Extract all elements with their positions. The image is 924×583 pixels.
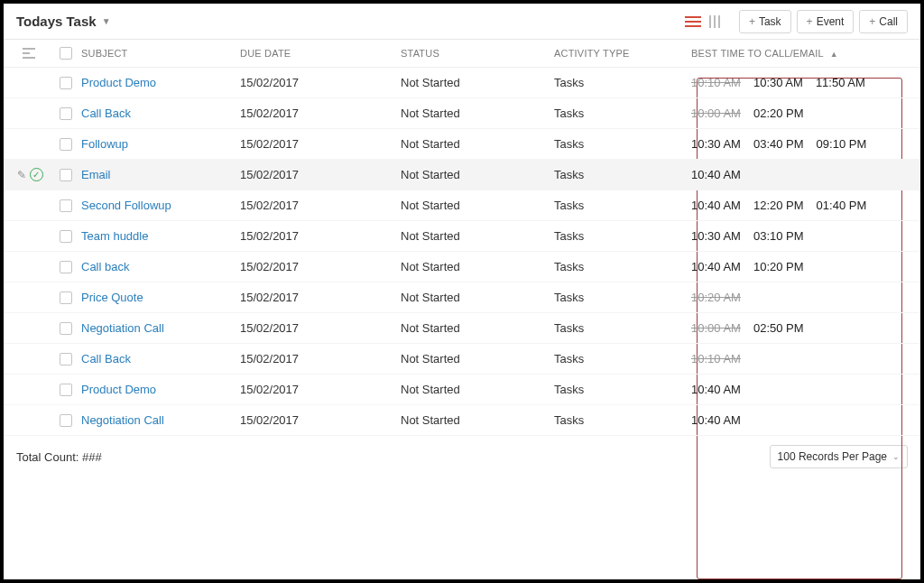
best-time-cell: 10:20 AM	[686, 291, 908, 304]
table: SUBJECT DUE DATE STATUS ACTIVITY TYPE BE…	[4, 40, 920, 436]
status-cell: Not Started	[401, 229, 554, 243]
row-checkbox[interactable]	[60, 199, 72, 212]
best-time-cell: 10:10 AM10:30 AM11:50 AM	[686, 76, 908, 89]
subject-link[interactable]: Followup	[81, 137, 128, 151]
edit-pencil-icon[interactable]: ✎	[17, 169, 26, 181]
best-time-cell: 10:40 AM	[686, 383, 908, 396]
new-call-label: Call	[879, 15, 898, 28]
col-header-due-date[interactable]: DUE DATE	[240, 48, 401, 59]
table-row[interactable]: Followup15/02/2017Not StartedTasks10:30 …	[4, 129, 920, 160]
time-slot: 10:40 AM	[691, 199, 741, 212]
table-row[interactable]: Call Back15/02/2017Not StartedTasks10:00…	[4, 98, 920, 129]
row-checkbox[interactable]	[60, 414, 72, 427]
table-row[interactable]: Product Demo15/02/2017Not StartedTasks10…	[4, 375, 920, 405]
time-slot: 12:20 PM	[753, 199, 804, 212]
resize-columns-icon[interactable]	[23, 48, 37, 59]
table-row[interactable]: Call back15/02/2017Not StartedTasks10:40…	[4, 252, 920, 282]
column-view-icon[interactable]	[708, 15, 723, 28]
time-slot: 03:10 PM	[753, 229, 804, 243]
subject-link[interactable]: Call back	[81, 260, 129, 273]
status-cell: Not Started	[401, 106, 554, 120]
best-time-cell: 10:40 AM12:20 PM01:40 PM	[686, 199, 908, 212]
status-cell: Not Started	[401, 413, 554, 427]
best-time-cell: 10:40 AM	[686, 413, 908, 427]
subject-link[interactable]: Product Demo	[81, 76, 156, 89]
time-slot: 10:20 AM	[691, 291, 741, 304]
due-date-cell: 15/02/2017	[240, 106, 401, 120]
status-cell: Not Started	[401, 199, 554, 212]
new-event-label: Event	[817, 15, 845, 28]
row-checkbox[interactable]	[60, 169, 72, 181]
activity-type-cell: Tasks	[554, 106, 686, 120]
subject-link[interactable]: Product Demo	[81, 383, 156, 396]
due-date-cell: 15/02/2017	[240, 199, 401, 212]
subject-link[interactable]: Call Back	[81, 106, 131, 120]
time-slot: 10:10 AM	[691, 352, 741, 366]
row-checkbox[interactable]	[60, 107, 72, 120]
status-cell: Not Started	[401, 321, 554, 335]
subject-link[interactable]: Team huddle	[81, 229, 148, 243]
activity-type-cell: Tasks	[554, 291, 686, 304]
new-task-button[interactable]: + Task	[739, 10, 791, 33]
subject-link[interactable]: Call Back	[81, 352, 131, 366]
activity-type-cell: Tasks	[554, 76, 686, 89]
row-checkbox[interactable]	[60, 230, 72, 243]
plus-icon: +	[869, 15, 875, 28]
col-header-status[interactable]: STATUS	[401, 48, 554, 59]
list-view-icon[interactable]	[685, 15, 701, 28]
col-header-best-time[interactable]: BEST TIME TO CALL/EMAIL ▲	[686, 48, 908, 59]
chevron-down-icon: ⌄	[892, 452, 900, 461]
subject-link[interactable]: Negotiation Call	[81, 413, 164, 427]
table-row[interactable]: Negotiation Call15/02/2017Not StartedTas…	[4, 313, 920, 344]
subject-link[interactable]: Negotiation Call	[81, 321, 164, 335]
toolbar: Todays Task ▼ + Task + Event + Call	[4, 4, 920, 40]
row-checkbox[interactable]	[60, 384, 72, 396]
table-row[interactable]: Product Demo15/02/2017Not StartedTasks10…	[4, 68, 920, 98]
table-row[interactable]: Negotiation Call15/02/2017Not StartedTas…	[4, 405, 920, 436]
time-slot: 03:40 PM	[753, 137, 804, 151]
col-header-best-time-label: BEST TIME TO CALL/EMAIL	[691, 48, 823, 59]
view-title: Todays Task	[16, 14, 97, 29]
table-row[interactable]: Price Quote15/02/2017Not StartedTasks10:…	[4, 282, 920, 313]
time-slot: 02:20 PM	[753, 106, 804, 120]
status-cell: Not Started	[401, 260, 554, 273]
new-event-button[interactable]: + Event	[797, 10, 855, 33]
row-checkbox[interactable]	[60, 353, 72, 366]
row-checkbox[interactable]	[60, 77, 72, 89]
row-checkbox[interactable]	[60, 292, 72, 304]
best-time-cell: 10:40 AM10:20 PM	[686, 260, 908, 273]
table-row[interactable]: ✎✓Email15/02/2017Not StartedTasks10:40 A…	[4, 160, 920, 190]
row-checkbox[interactable]	[60, 138, 72, 151]
subject-link[interactable]: Second Followup	[81, 199, 171, 212]
due-date-cell: 15/02/2017	[240, 260, 401, 273]
due-date-cell: 15/02/2017	[240, 321, 401, 335]
time-slot: 10:40 AM	[691, 260, 741, 273]
status-cell: Not Started	[401, 168, 554, 181]
col-header-activity-type[interactable]: ACTIVITY TYPE	[554, 48, 686, 59]
new-call-button[interactable]: + Call	[859, 10, 908, 33]
table-row[interactable]: Team huddle15/02/2017Not StartedTasks10:…	[4, 221, 920, 252]
table-row[interactable]: Second Followup15/02/2017Not StartedTask…	[4, 190, 920, 221]
table-header-row: SUBJECT DUE DATE STATUS ACTIVITY TYPE BE…	[4, 40, 920, 68]
table-row[interactable]: Call Back15/02/2017Not StartedTasks10:10…	[4, 344, 920, 375]
best-time-cell: 10:30 AM03:10 PM	[686, 229, 908, 243]
activity-type-cell: Tasks	[554, 260, 686, 273]
time-slot: 01:40 PM	[817, 199, 867, 212]
page-size-select[interactable]: 100 Records Per Page ⌄	[770, 445, 908, 468]
row-checkbox[interactable]	[60, 261, 72, 273]
due-date-cell: 15/02/2017	[240, 137, 401, 151]
time-slot: 11:50 AM	[816, 76, 865, 89]
col-header-subject[interactable]: SUBJECT	[81, 48, 240, 59]
status-cell: Not Started	[401, 291, 554, 304]
activity-type-cell: Tasks	[554, 321, 686, 335]
sort-asc-icon: ▲	[830, 50, 838, 59]
time-slot: 10:10 AM	[691, 76, 741, 89]
select-all-checkbox[interactable]	[60, 47, 72, 60]
mark-complete-icon[interactable]: ✓	[30, 168, 43, 181]
view-title-dropdown[interactable]: Todays Task ▼	[16, 14, 111, 29]
subject-link[interactable]: Price Quote	[81, 291, 143, 304]
row-checkbox[interactable]	[60, 322, 72, 335]
subject-link[interactable]: Email	[81, 168, 111, 181]
due-date-cell: 15/02/2017	[240, 291, 401, 304]
time-slot: 10:40 AM	[691, 168, 741, 181]
